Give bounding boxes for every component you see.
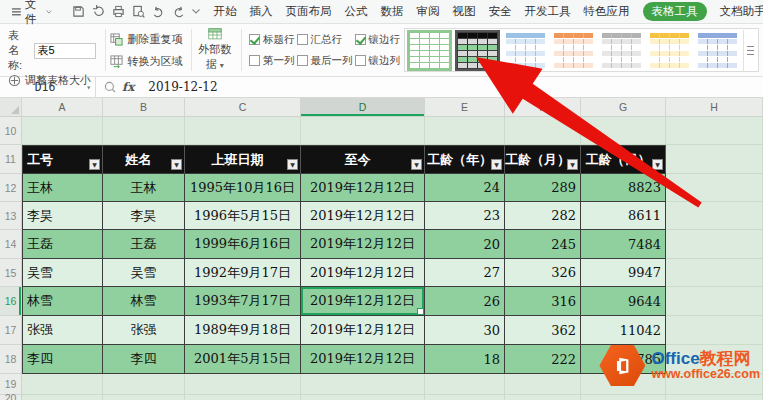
- cell-E16[interactable]: 26: [425, 287, 505, 316]
- cell-C12[interactable]: 1995年10月16日: [185, 174, 301, 202]
- table-style-orange[interactable]: [551, 30, 596, 71]
- empty-cell[interactable]: [666, 174, 763, 202]
- external-data-button[interactable]: 外部数据 ▾: [195, 27, 238, 73]
- cell-B17[interactable]: 张强: [103, 316, 185, 345]
- cell-A13[interactable]: 李昊: [22, 202, 103, 230]
- empty-cell-G10[interactable]: [581, 117, 666, 145]
- export-icon[interactable]: [92, 5, 105, 18]
- row-header-20[interactable]: 20: [0, 395, 22, 400]
- cell-B15[interactable]: 吴雪: [103, 259, 185, 287]
- empty-cell-F19[interactable]: [505, 374, 581, 395]
- row-header-16[interactable]: 16: [0, 287, 22, 316]
- filter-dropdown-icon[interactable]: ▼: [411, 159, 422, 170]
- table-style-light-blue[interactable]: [503, 30, 548, 71]
- cell-F17[interactable]: 362: [505, 316, 581, 345]
- cell-F18[interactable]: 222: [505, 345, 581, 374]
- empty-cell-D20[interactable]: [301, 395, 425, 400]
- cell-F15[interactable]: 326: [505, 259, 581, 287]
- tab-视图[interactable]: 视图: [453, 4, 476, 19]
- filter-dropdown-icon[interactable]: ▼: [287, 159, 298, 170]
- cell-G17[interactable]: 11042: [581, 316, 666, 345]
- empty-cell-A19[interactable]: [22, 374, 103, 395]
- column-header-A[interactable]: A: [22, 98, 103, 116]
- cell-G13[interactable]: 8611: [581, 202, 666, 230]
- cell-C18[interactable]: 2001年5月15日: [185, 345, 301, 374]
- tab-开发工具[interactable]: 开发工具: [525, 4, 571, 19]
- tab-开始[interactable]: 开始: [214, 4, 237, 19]
- empty-cell[interactable]: [666, 287, 763, 316]
- column-header-B[interactable]: B: [103, 98, 185, 116]
- empty-cell-B19[interactable]: [103, 374, 185, 395]
- table-header-cell-A[interactable]: 工号▼: [22, 145, 103, 174]
- tab-表格工具[interactable]: 表格工具: [643, 2, 707, 21]
- gallery-scrollbar[interactable]: [743, 30, 756, 71]
- table-style-gray[interactable]: [599, 30, 644, 71]
- cell-B18[interactable]: 李四: [103, 345, 185, 374]
- name-box[interactable]: D16 ▾: [0, 77, 96, 97]
- row-header-15[interactable]: 15: [0, 259, 22, 287]
- cell-B16[interactable]: 林雪: [103, 287, 185, 316]
- print-preview-icon[interactable]: [132, 5, 145, 18]
- empty-cell-C20[interactable]: [185, 395, 301, 400]
- tab-安全[interactable]: 安全: [489, 4, 512, 19]
- empty-cell-F10[interactable]: [505, 117, 581, 145]
- cell-B14[interactable]: 王磊: [103, 230, 185, 259]
- empty-cell[interactable]: [666, 145, 763, 174]
- filter-dropdown-icon[interactable]: ▼: [491, 159, 502, 170]
- empty-cell-H10[interactable]: [666, 117, 763, 145]
- empty-cell[interactable]: [666, 259, 763, 287]
- empty-cell-E19[interactable]: [425, 374, 505, 395]
- formula-value[interactable]: 2019-12-12: [142, 80, 217, 94]
- save-icon[interactable]: [72, 5, 85, 18]
- cell-G14[interactable]: 7484: [581, 230, 666, 259]
- filter-dropdown-icon[interactable]: ▼: [171, 159, 182, 170]
- cell-D12[interactable]: 2019年12月12日: [301, 174, 425, 202]
- empty-cell[interactable]: [666, 202, 763, 230]
- table-name-input[interactable]: [34, 43, 96, 59]
- empty-cell-E20[interactable]: [425, 395, 505, 400]
- empty-cell[interactable]: [666, 230, 763, 259]
- table-style-green-outline[interactable]: [407, 30, 452, 71]
- cell-D15[interactable]: 2019年12月12日: [301, 259, 425, 287]
- fx-icon[interactable]: fx: [122, 80, 134, 94]
- cell-C17[interactable]: 1989年9月18日: [185, 316, 301, 345]
- filter-dropdown-icon[interactable]: ▼: [89, 159, 100, 170]
- tab-特色应用[interactable]: 特色应用: [584, 4, 630, 19]
- cell-C16[interactable]: 1993年7月17日: [185, 287, 301, 316]
- cell-F14[interactable]: 245: [505, 230, 581, 259]
- option-镶边行[interactable]: 镶边行: [355, 33, 401, 47]
- cell-A16[interactable]: 林雪: [22, 287, 103, 316]
- cell-A17[interactable]: 张强: [22, 316, 103, 345]
- filter-dropdown-icon[interactable]: ▼: [567, 159, 578, 170]
- cell-A12[interactable]: 王林: [22, 174, 103, 202]
- cell-D14[interactable]: 2019年12月12日: [301, 230, 425, 259]
- option-最后一列[interactable]: 最后一列: [297, 54, 353, 68]
- tab-数据[interactable]: 数据: [381, 4, 404, 19]
- redo-icon[interactable]: [172, 6, 185, 18]
- select-all-corner[interactable]: [0, 98, 22, 116]
- file-menu-button[interactable]: 文件: [6, 0, 58, 27]
- empty-cell-E10[interactable]: [425, 117, 505, 145]
- undo-icon[interactable]: [152, 6, 165, 18]
- empty-cell-G20[interactable]: [581, 395, 666, 400]
- table-header-cell-C[interactable]: 上班日期▼: [185, 145, 301, 174]
- cell-E17[interactable]: 30: [425, 316, 505, 345]
- row-header-12[interactable]: 12: [0, 174, 22, 202]
- cell-F16[interactable]: 316: [505, 287, 581, 316]
- empty-cell-B20[interactable]: [103, 395, 185, 400]
- option-第一列[interactable]: 第一列: [249, 54, 295, 68]
- empty-cell-D19[interactable]: [301, 374, 425, 395]
- column-header-E[interactable]: E: [425, 98, 505, 116]
- table-style-blue[interactable]: [695, 30, 740, 71]
- print-icon[interactable]: [112, 5, 125, 18]
- cell-A18[interactable]: 李四: [22, 345, 103, 374]
- cell-C15[interactable]: 1992年9月17日: [185, 259, 301, 287]
- cell-G16[interactable]: 9644: [581, 287, 666, 316]
- cell-B12[interactable]: 王林: [103, 174, 185, 202]
- empty-cell-C19[interactable]: [185, 374, 301, 395]
- table-style-dark-green[interactable]: [455, 30, 500, 71]
- cell-D18[interactable]: 2019年12月12日: [301, 345, 425, 374]
- cell-C14[interactable]: 1999年6月16日: [185, 230, 301, 259]
- column-header-F[interactable]: F: [505, 98, 581, 116]
- filter-dropdown-icon[interactable]: ▼: [652, 159, 663, 170]
